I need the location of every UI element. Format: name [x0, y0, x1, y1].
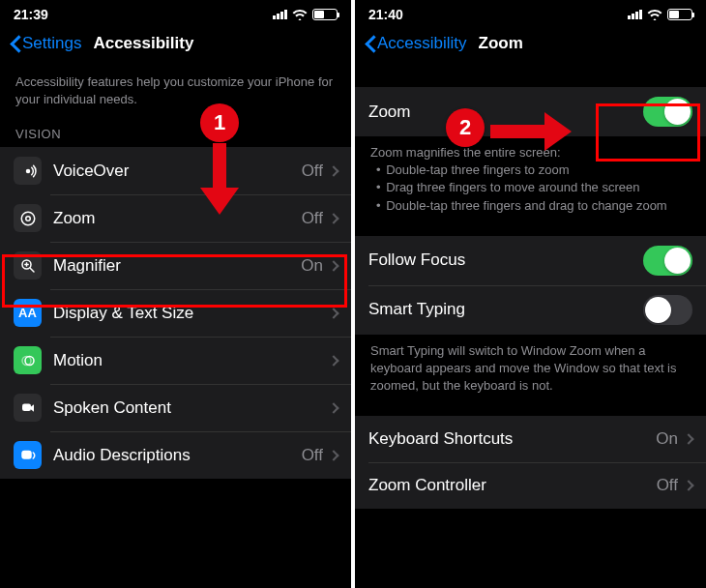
- zoom-help-text: Zoom magnifies the entire screen: Double…: [355, 136, 706, 236]
- chevron-right-icon: [328, 308, 338, 318]
- page-title: Accessibility: [93, 34, 193, 53]
- back-button[interactable]: Settings: [10, 33, 81, 54]
- svg-point-1: [21, 212, 35, 225]
- svg-marker-14: [544, 112, 572, 151]
- row-label: VoiceOver: [53, 162, 302, 181]
- row-label: Motion: [53, 351, 326, 370]
- svg-rect-11: [213, 143, 226, 188]
- row-label: Follow Focus: [368, 250, 643, 270]
- chevron-right-icon: [328, 450, 338, 460]
- spoken-content-icon: [14, 394, 42, 422]
- accessibility-screen: 21:39 Settings Accessibility Accessibili…: [0, 0, 351, 588]
- step-badge-2: 2: [446, 108, 485, 147]
- svg-rect-9: [22, 403, 31, 411]
- signal-icon: [628, 10, 642, 19]
- svg-line-4: [30, 268, 34, 272]
- row-label: Magnifier: [53, 256, 301, 276]
- chevron-right-icon: [683, 434, 693, 445]
- motion-icon: [14, 346, 42, 374]
- row-value: Off: [302, 446, 323, 465]
- row-label: Smart Typing: [368, 300, 643, 319]
- wifi-icon: [647, 9, 662, 20]
- zoom-screen: 21:40 Accessibility Zoom Zoom Zoom magni…: [355, 0, 706, 588]
- row-value: Off: [302, 209, 323, 228]
- smart-typing-toggle[interactable]: [643, 295, 692, 325]
- row-audio-descriptions[interactable]: Audio Descriptions Off: [0, 431, 351, 479]
- row-spoken-content[interactable]: Spoken Content: [0, 384, 351, 431]
- row-display-text-size[interactable]: AA Display & Text Size: [0, 289, 351, 337]
- keyboard-controller-list: Keyboard Shortcuts On Zoom Controller Of…: [355, 416, 706, 509]
- row-motion[interactable]: Motion: [0, 337, 351, 384]
- row-label: Keyboard Shortcuts: [368, 429, 656, 449]
- chevron-right-icon: [328, 165, 338, 176]
- arrow-down-icon: [200, 143, 239, 215]
- row-zoom-controller[interactable]: Zoom Controller Off: [355, 462, 706, 509]
- wifi-icon: [292, 9, 308, 20]
- zoom-help-line: Drag three fingers to move around the sc…: [376, 179, 691, 196]
- row-voiceover[interactable]: VoiceOver Off: [0, 147, 351, 194]
- row-label: Display & Text Size: [53, 304, 326, 323]
- svg-rect-13: [490, 125, 544, 138]
- status-time: 21:40: [368, 7, 403, 22]
- row-magnifier[interactable]: Magnifier On: [0, 242, 351, 289]
- back-label: Settings: [22, 34, 81, 53]
- svg-point-0: [25, 168, 30, 173]
- nav-bar: Settings Accessibility: [0, 23, 351, 66]
- row-value: Off: [302, 162, 323, 181]
- text-size-icon: AA: [14, 299, 42, 327]
- chevron-right-icon: [328, 260, 338, 271]
- zoom-toggle[interactable]: [643, 97, 692, 127]
- chevron-left-icon: [10, 33, 22, 54]
- chevron-right-icon: [328, 402, 338, 413]
- battery-icon: [312, 9, 338, 20]
- row-zoom[interactable]: Zoom Off: [0, 194, 351, 242]
- svg-marker-12: [200, 188, 239, 215]
- battery-icon: [667, 9, 692, 20]
- row-value: On: [301, 256, 323, 276]
- focus-typing-list: Follow Focus Smart Typing: [355, 236, 706, 335]
- row-label: Zoom Controller: [368, 476, 657, 495]
- signal-icon: [273, 10, 287, 19]
- arrow-right-icon: [490, 112, 572, 151]
- row-keyboard-shortcuts[interactable]: Keyboard Shortcuts On: [355, 416, 706, 462]
- chevron-right-icon: [683, 481, 693, 491]
- row-follow-focus[interactable]: Follow Focus: [355, 236, 706, 285]
- smart-typing-help: Smart Typing will switch to Window Zoom …: [355, 335, 706, 417]
- status-bar: 21:39: [0, 0, 351, 23]
- magnifier-icon: [14, 251, 42, 279]
- nav-bar: Accessibility Zoom: [355, 23, 706, 66]
- row-value: On: [656, 429, 678, 449]
- audio-descriptions-icon: [14, 441, 42, 469]
- voiceover-icon: [14, 157, 42, 185]
- zoom-help-line: Double-tap three fingers to zoom: [376, 162, 691, 179]
- intro-text: Accessibility features help you customiz…: [0, 66, 351, 127]
- status-time: 21:39: [14, 7, 48, 22]
- zoom-help-line: Double-tap three fingers and drag to cha…: [376, 197, 691, 215]
- row-label: Spoken Content: [53, 398, 326, 418]
- row-label: Zoom: [53, 209, 302, 228]
- row-value: Off: [657, 476, 678, 495]
- back-label: Accessibility: [377, 34, 467, 53]
- chevron-right-icon: [328, 355, 338, 366]
- step-badge-1: 1: [200, 103, 239, 142]
- vision-list: VoiceOver Off Zoom Off Magnifier On AA D…: [0, 147, 351, 479]
- svg-point-2: [25, 216, 30, 220]
- back-button[interactable]: Accessibility: [365, 33, 467, 54]
- chevron-left-icon: [365, 33, 377, 54]
- svg-rect-10: [21, 450, 32, 458]
- follow-focus-toggle[interactable]: [643, 246, 692, 276]
- page-title: Zoom: [479, 34, 523, 53]
- status-bar: 21:40: [355, 0, 706, 23]
- section-header-vision: VISION: [0, 127, 351, 147]
- row-label: Audio Descriptions: [53, 446, 302, 465]
- row-smart-typing[interactable]: Smart Typing: [355, 285, 706, 335]
- chevron-right-icon: [328, 213, 338, 223]
- zoom-icon: [14, 204, 42, 232]
